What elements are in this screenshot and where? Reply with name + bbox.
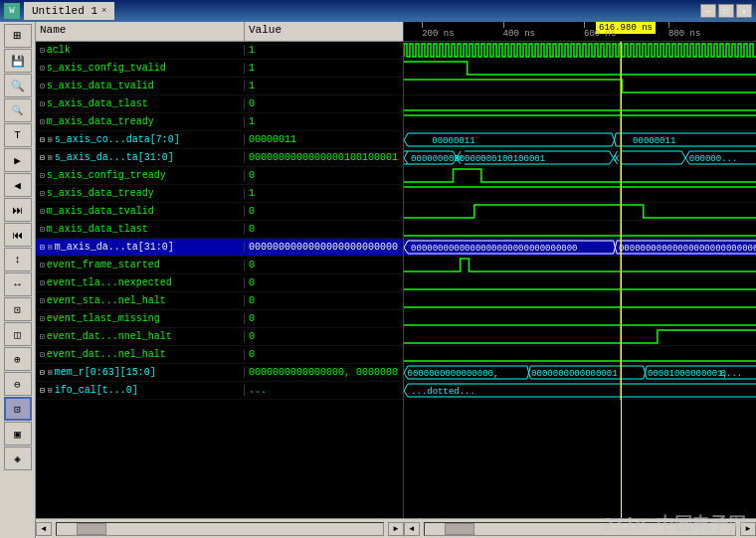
signal-value-cell: 0000000000000000000000000 — [245, 242, 402, 253]
signal-row[interactable]: ⊡aclk1 — [36, 42, 403, 60]
signal-value-cell: 1 — [245, 63, 259, 74]
wire-icon: ⊡ — [40, 332, 45, 341]
signal-row[interactable]: ⊡m_axis_data_tlast0 — [36, 221, 403, 239]
signal-value-cell: 0 — [245, 277, 259, 288]
waveform-canvas — [404, 42, 756, 400]
signal-row[interactable]: ⊡m_axis_data_tready1 — [36, 113, 403, 131]
signal-label: event_sta...nel_halt — [47, 295, 166, 306]
name-scrollbar-thumb[interactable] — [77, 523, 106, 535]
toolbar-save[interactable]: 💾 — [4, 49, 32, 73]
toolbar-step-fwd[interactable]: ⏭ — [4, 198, 32, 222]
signal-label: aclk — [47, 45, 71, 56]
signal-name-cell: ⊡m_axis_data_tvalid — [36, 206, 245, 217]
signal-label: m_axis_data_tlast — [47, 224, 148, 235]
signal-label: s_axis_data_tready — [47, 188, 154, 199]
toolbar-horiz-zoom[interactable]: ↔ — [4, 272, 32, 296]
expand-icon[interactable]: ⊟ — [40, 153, 45, 162]
signal-row[interactable]: ⊡event_dat...nel_halt0 — [36, 346, 403, 364]
signal-label: event_tla...nexpected — [47, 277, 172, 288]
scrollbar-thumb[interactable] — [445, 523, 474, 535]
signal-value-cell: 0000000000000000, 0000000 — [245, 367, 402, 378]
scrollbar-track[interactable] — [424, 522, 736, 536]
signal-row[interactable]: ⊡s_axis_data_tlast0 — [36, 95, 403, 113]
toolbar-add[interactable]: ⊕ — [4, 347, 32, 371]
signal-value-cell: 0000000000000000100100001 — [245, 152, 402, 163]
toolbar-marker[interactable]: ▣ — [4, 422, 32, 446]
signal-row[interactable]: ⊡event_frame_started0 — [36, 257, 403, 274]
toolbar-split[interactable]: ◫ — [4, 322, 32, 346]
wire-icon: ⊡ — [40, 99, 45, 108]
expand-icon[interactable]: ⊟ — [40, 386, 45, 395]
signal-row[interactable]: ⊡event_tla...nexpected0 — [36, 274, 403, 292]
signal-row[interactable]: ⊡m_axis_data_tvalid0 — [36, 203, 403, 221]
signal-value-cell: 0 — [245, 313, 259, 324]
toolbar-step-back[interactable]: ⏮ — [4, 223, 32, 247]
expand-icon[interactable]: ⊟ — [40, 368, 45, 377]
toolbar-misc[interactable]: ◈ — [4, 447, 32, 470]
signal-label: event_dat...nnel_halt — [47, 331, 172, 342]
signal-name-cell: ⊡event_tla...nexpected — [36, 277, 245, 288]
signal-row[interactable]: ⊡s_axis_config_tready0 — [36, 167, 403, 185]
signal-value-cell: 1 — [245, 45, 259, 56]
name-scroll-left[interactable]: ◄ — [36, 522, 52, 536]
app-window: ⊞ 💾 🔍 🔍 T ▶ ◀ ⏭ ⏮ ↕ ↔ ⊡ ◫ ⊕ ⊖ ⊡ ▣ ◈ Name… — [0, 22, 756, 538]
toolbar-rewind[interactable]: ◀ — [4, 173, 32, 197]
close-button[interactable]: × — [736, 4, 752, 18]
signal-row[interactable]: ⊟⊞s_axis_da...ta[31:0]000000000000000010… — [36, 149, 403, 167]
name-scroll-right[interactable]: ► — [388, 522, 404, 536]
minimize-button[interactable]: ─ — [700, 4, 716, 18]
toolbar-remove[interactable]: ⊖ — [4, 372, 32, 396]
toolbar-vert-zoom[interactable]: ↕ — [4, 248, 32, 271]
signal-row[interactable]: ⊡event_sta...nel_halt0 — [36, 292, 403, 310]
signal-row[interactable]: ⊡s_axis_data_tready1 — [36, 185, 403, 203]
toolbar-text[interactable]: T — [4, 123, 32, 147]
toolbar-play-fwd[interactable]: ▶ — [4, 148, 32, 172]
signal-label: s_axis_data_tlast — [47, 98, 148, 109]
scroll-left[interactable]: ◄ — [404, 522, 420, 536]
signal-row[interactable]: ⊡s_axis_config_tvalid1 — [36, 60, 403, 78]
expand-icon[interactable]: ⊟ — [40, 135, 45, 144]
toolbar-zoom-out[interactable]: 🔍 — [4, 98, 32, 122]
toolbar-fit[interactable]: ⊡ — [4, 297, 32, 321]
signal-value-cell: 0 — [245, 331, 259, 342]
toolbar-cursor[interactable]: ⊡ — [4, 397, 32, 421]
signal-row[interactable]: ⊟⊞m_axis_da...ta[31:0]000000000000000000… — [36, 239, 403, 257]
signal-row[interactable]: ⊟⊞ifo_cal[t...0]... — [36, 382, 403, 400]
tab-untitled[interactable]: Untitled 1 × — [24, 2, 114, 20]
signal-row[interactable]: ⊟⊞s_axis_co...data[7:0]00000011 — [36, 131, 403, 149]
signal-value-cell: 00000011 — [245, 134, 300, 145]
signal-label: event_tlast_missing — [47, 313, 160, 324]
signal-row[interactable]: ⊡event_dat...nnel_halt0 — [36, 328, 403, 346]
wire-icon: ⊡ — [40, 117, 45, 126]
wire-icon: ⊡ — [40, 225, 45, 234]
signal-label: s_axis_data_tvalid — [47, 81, 154, 91]
signal-row[interactable]: ⊡event_tlast_missing0 — [36, 310, 403, 328]
signal-value-cell: 0 — [245, 224, 259, 235]
scroll-right[interactable]: ► — [740, 522, 756, 536]
signal-value-cell: 0 — [245, 98, 259, 109]
name-scrollbar-track[interactable] — [56, 522, 384, 536]
signal-value-cell: 0 — [245, 206, 259, 217]
value-column-header: Value — [245, 22, 285, 41]
name-scrollbar[interactable]: ◄ ► — [36, 518, 404, 538]
time-marker: 400 ns — [503, 29, 535, 39]
signal-row[interactable]: ⊡s_axis_data_tvalid1 — [36, 78, 403, 95]
waveform-panel: 616.980 ns 200 ns400 ns600 ns800 ns ◄ ► — [404, 22, 756, 538]
expand-icon[interactable]: ⊟ — [40, 243, 45, 252]
waveform-scrollbar[interactable]: ◄ ► — [404, 518, 756, 538]
signal-label: mem_r[0:63][15:0] — [55, 367, 156, 378]
toolbar-zoom-in[interactable]: 🔍 — [4, 74, 32, 97]
signal-row[interactable]: ⊟⊞mem_r[0:63][15:0]0000000000000000, 000… — [36, 364, 403, 382]
bus-icon: ⊞ — [48, 243, 53, 252]
toolbar-new[interactable]: ⊞ — [4, 24, 32, 48]
waveform-area[interactable] — [404, 42, 756, 518]
signal-value-cell: 0 — [245, 295, 259, 306]
window-controls: ─ □ × — [700, 4, 752, 18]
signal-name-cell: ⊡event_dat...nnel_halt — [36, 331, 245, 342]
tab-close-button[interactable]: × — [101, 6, 106, 16]
signal-label: m_axis_data_tready — [47, 116, 154, 127]
bus-icon: ⊞ — [48, 386, 53, 395]
restore-button[interactable]: □ — [718, 4, 734, 18]
signal-label: m_axis_data_tvalid — [47, 206, 154, 217]
signal-value-cell: 1 — [245, 81, 259, 91]
